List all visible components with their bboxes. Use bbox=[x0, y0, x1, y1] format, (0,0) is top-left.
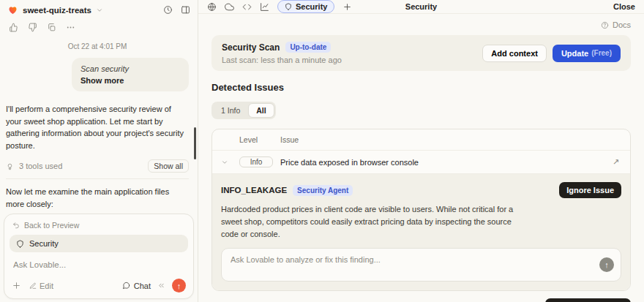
up-arrow-icon: ↑ bbox=[604, 260, 609, 269]
scan-actions: Add context Update (Free) bbox=[482, 45, 621, 62]
lovable-logo-icon bbox=[7, 4, 18, 15]
left-header-icons bbox=[163, 5, 190, 15]
add-context-button[interactable]: Add context bbox=[482, 45, 547, 62]
assistant-paragraph: I'll perform a comprehensive security re… bbox=[6, 103, 189, 151]
assistant-paragraph: Now let me examine the main application … bbox=[6, 186, 189, 210]
issue-code: INFO_LEAKAGE bbox=[221, 186, 287, 195]
edit-mode-button[interactable]: Edit bbox=[29, 282, 53, 290]
docs-label: Docs bbox=[613, 20, 631, 29]
back-to-preview-button[interactable]: Back to Preview bbox=[4, 218, 193, 235]
chevron-down-icon bbox=[96, 7, 103, 14]
thumbs-up-icon[interactable] bbox=[9, 23, 18, 32]
severity-filter: 1 Info All bbox=[211, 102, 276, 119]
timestamp: Oct 22 at 4:01 PM bbox=[6, 42, 189, 50]
project-name: sweet-quiz-treats bbox=[23, 6, 91, 15]
ellipsis-icon[interactable] bbox=[66, 23, 75, 32]
left-header: sweet-quiz-treats bbox=[0, 0, 198, 17]
user-message-bubble: Scan security Show more bbox=[72, 58, 189, 91]
ignore-issue-button[interactable]: Ignore Issue bbox=[559, 182, 621, 198]
finding-input-wrap: ↑ bbox=[221, 248, 621, 282]
chat-bubble-icon bbox=[122, 282, 130, 290]
issue-detail: INFO_LEAKAGE Security Agent Ignore Issue… bbox=[212, 174, 630, 290]
return-arrow-icon bbox=[12, 222, 20, 229]
issues-table: Level Issue Info Price data exposed in b… bbox=[211, 129, 631, 291]
close-button[interactable]: Close bbox=[613, 2, 635, 11]
tab-security[interactable]: Security bbox=[277, 0, 334, 13]
fix-all-button[interactable]: Try to Fix All (Free) bbox=[545, 298, 631, 302]
panel-header: Security Security Close bbox=[198, 0, 644, 14]
user-message-row: Scan security Show more bbox=[6, 58, 189, 91]
fix-all-row: Try to Fix All (Free) bbox=[211, 298, 631, 302]
lightbulb-icon bbox=[6, 162, 14, 170]
chevron-down-icon[interactable] bbox=[221, 159, 228, 166]
copy-icon[interactable] bbox=[47, 23, 56, 32]
thumbs-down-icon[interactable] bbox=[28, 23, 37, 32]
level-badge: Info bbox=[239, 156, 273, 167]
chat-scroll-area: Oct 22 at 4:01 PM Scan security Show mor… bbox=[0, 35, 198, 211]
docs-link[interactable]: Docs bbox=[211, 15, 631, 35]
table-header-row: Level Issue bbox=[212, 129, 630, 151]
composer-toolbar: Edit Chat ↑ bbox=[4, 275, 193, 295]
security-scan-card: Security Scan Up-to-date Last scan: less… bbox=[211, 35, 631, 71]
message-actions bbox=[0, 17, 198, 35]
column-issue: Issue bbox=[280, 135, 603, 144]
context-chip-label: Security bbox=[29, 239, 59, 248]
code-icon[interactable] bbox=[242, 2, 252, 12]
show-all-button[interactable]: Show all bbox=[148, 159, 189, 173]
scan-info: Security Scan Up-to-date Last scan: less… bbox=[222, 42, 342, 64]
agent-badge: Security Agent bbox=[293, 185, 353, 196]
issue-description: Hardcoded product prices in client code … bbox=[221, 203, 521, 241]
chat-panel: sweet-quiz-treats Oct 22 at 4:01 PM Scan… bbox=[0, 0, 198, 302]
help-circle-icon bbox=[601, 21, 609, 29]
globe-icon[interactable] bbox=[207, 2, 217, 12]
view-tabs: Security bbox=[207, 0, 352, 13]
tab-security-label: Security bbox=[296, 2, 327, 11]
chat-scrollbar-thumb[interactable] bbox=[194, 127, 196, 159]
issue-row[interactable]: Info Price data exposed in browser conso… bbox=[212, 151, 630, 174]
open-external-icon[interactable]: ↗ bbox=[610, 157, 621, 167]
issue-title: Price data exposed in browser console bbox=[280, 158, 603, 167]
finding-send-button[interactable]: ↑ bbox=[599, 257, 614, 272]
column-level: Level bbox=[239, 135, 273, 144]
analytics-chart-icon[interactable] bbox=[260, 2, 269, 12]
security-panel: Security Security Close Docs Security Sc… bbox=[198, 0, 644, 302]
user-message-text: Scan security bbox=[80, 64, 180, 73]
up-arrow-icon: ↑ bbox=[177, 282, 181, 290]
app-window: sweet-quiz-treats Oct 22 at 4:01 PM Scan… bbox=[0, 0, 644, 302]
context-chip-security[interactable]: Security bbox=[10, 235, 188, 252]
filter-info[interactable]: 1 Info bbox=[213, 103, 248, 118]
shield-icon bbox=[16, 240, 24, 248]
edit-mode-label: Edit bbox=[40, 282, 53, 290]
status-badge: Up-to-date bbox=[285, 42, 331, 53]
back-to-preview-label: Back to Preview bbox=[24, 221, 79, 230]
update-button[interactable]: Update (Free) bbox=[553, 45, 621, 62]
tools-used-label: 3 tools used bbox=[19, 162, 62, 170]
chat-input[interactable] bbox=[4, 252, 193, 275]
tools-used-row: 3 tools used Show all bbox=[6, 156, 189, 179]
scan-title: Security Scan bbox=[222, 42, 280, 53]
chat-mode-button[interactable]: Chat bbox=[122, 282, 151, 290]
plus-icon[interactable] bbox=[12, 281, 21, 290]
composer-right-controls: Chat ↑ bbox=[122, 279, 186, 292]
detail-header: INFO_LEAKAGE Security Agent Ignore Issue bbox=[221, 182, 621, 198]
chat-mode-label: Chat bbox=[134, 282, 151, 290]
send-button[interactable]: ↑ bbox=[172, 279, 186, 292]
last-scan-text: Last scan: less than a minute ago bbox=[222, 56, 342, 64]
shield-icon bbox=[285, 3, 292, 10]
finding-input[interactable] bbox=[222, 249, 588, 271]
show-more-button[interactable]: Show more bbox=[80, 76, 180, 85]
update-suffix: (Free) bbox=[591, 49, 612, 57]
composer-card: Back to Preview Security Edit Chat bbox=[4, 214, 194, 299]
cloud-icon[interactable] bbox=[225, 2, 234, 12]
add-tab-icon[interactable] bbox=[342, 2, 352, 12]
project-switcher[interactable]: sweet-quiz-treats bbox=[7, 4, 103, 15]
panel-body: Docs Security Scan Up-to-date Last scan:… bbox=[198, 14, 644, 302]
detected-issues-heading: Detected Issues bbox=[211, 82, 631, 93]
update-label: Update bbox=[561, 49, 588, 58]
edit-pencil-icon bbox=[29, 282, 37, 290]
layout-panel-icon[interactable] bbox=[181, 5, 190, 15]
panel-title: Security bbox=[405, 2, 437, 11]
history-icon[interactable] bbox=[163, 5, 173, 15]
filter-all[interactable]: All bbox=[248, 103, 274, 118]
chevrons-left-icon[interactable] bbox=[157, 282, 165, 290]
